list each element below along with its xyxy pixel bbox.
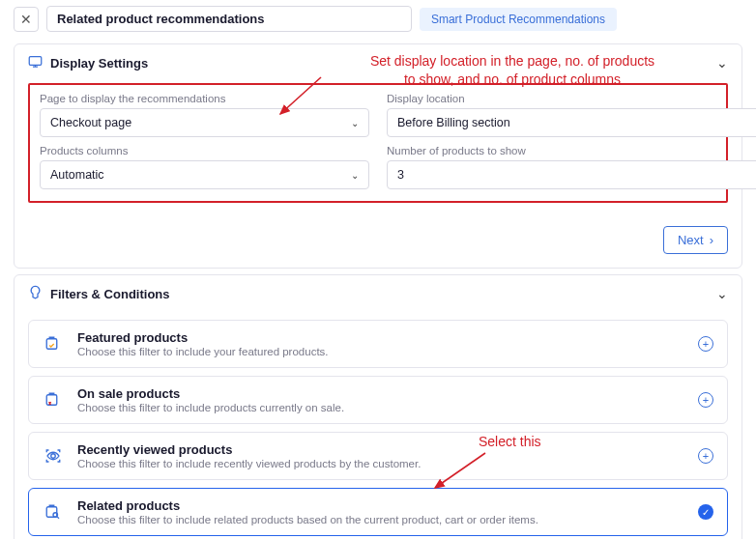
location-select-value: Before Billing section (397, 116, 510, 129)
panel-title: Display Settings (50, 56, 709, 71)
page-select[interactable]: Checkout page ⌄ (40, 108, 369, 137)
display-icon (28, 54, 43, 71)
filter-desc: Choose this filter to include recently v… (77, 458, 684, 469)
add-icon: + (698, 336, 713, 352)
page-field-label: Page to display the recommendations (40, 93, 369, 104)
display-settings-header[interactable]: Display Settings ⌄ (15, 44, 741, 81)
filter-title: Related products (77, 498, 684, 513)
chevron-down-icon: ⌄ (351, 118, 359, 128)
chevron-down-icon: ⌄ (716, 286, 728, 301)
svg-rect-0 (29, 57, 42, 66)
filter-desc: Choose this filter to include products c… (77, 402, 684, 413)
star-icon (43, 335, 64, 353)
columns-select[interactable]: Automatic ⌄ (40, 160, 369, 189)
panel-title: Filters & Conditions (50, 287, 709, 301)
filter-desc: Choose this filter to include your featu… (77, 346, 684, 357)
svg-point-5 (53, 513, 58, 518)
chevron-down-icon: ⌄ (716, 55, 728, 71)
svg-rect-1 (46, 339, 57, 350)
smart-recommendations-tag[interactable]: Smart Product Recommendations (420, 8, 617, 31)
eye-icon (43, 447, 64, 465)
filter-text: On sale products Choose this filter to i… (77, 386, 684, 413)
search-icon (43, 503, 64, 521)
filter-text: Featured products Choose this filter to … (77, 330, 684, 357)
recommendation-title-input[interactable] (46, 6, 412, 32)
filter-item-on-sale-products[interactable]: On sale products Choose this filter to i… (28, 376, 728, 424)
filters-header[interactable]: Filters & Conditions ⌄ (15, 275, 741, 312)
svg-point-3 (51, 454, 56, 459)
display-settings-panel: Display Settings ⌄ Page to display the r… (14, 43, 742, 269)
count-select[interactable]: 3 ⌄ (387, 160, 756, 189)
filters-panel: Filters & Conditions ⌄ Featured products… (14, 274, 742, 539)
filter-text: Recently viewed products Choose this fil… (77, 442, 684, 469)
filter-desc: Choose this filter to include related pr… (77, 514, 684, 525)
chevron-right-icon: › (710, 233, 713, 247)
filter-title: Featured products (77, 330, 684, 345)
next-button[interactable]: Next › (663, 226, 728, 254)
filter-item-related-products[interactable]: Related products Choose this filter to i… (28, 488, 728, 536)
filter-title: On sale products (77, 386, 684, 401)
close-button[interactable]: ✕ (14, 7, 39, 32)
filter-item-featured-products[interactable]: Featured products Choose this filter to … (28, 320, 728, 368)
location-select[interactable]: Before Billing section ⌄ (387, 108, 756, 137)
filter-icon (28, 285, 43, 302)
filter-text: Related products Choose this filter to i… (77, 498, 684, 525)
svg-rect-2 (46, 395, 57, 406)
close-icon: ✕ (20, 12, 32, 27)
svg-rect-4 (46, 507, 57, 518)
count-select-value: 3 (397, 168, 404, 182)
x-icon (43, 391, 64, 409)
filter-item-recently-viewed-products[interactable]: Recently viewed products Choose this fil… (28, 432, 728, 480)
next-button-label: Next (678, 233, 704, 247)
page-select-value: Checkout page (50, 116, 131, 129)
filter-title: Recently viewed products (77, 442, 684, 457)
add-icon: + (698, 448, 713, 464)
columns-field-label: Products columns (40, 145, 369, 156)
check-icon: ✓ (698, 504, 713, 520)
add-icon: + (698, 392, 713, 408)
count-field-label: Number of products to show (387, 145, 716, 156)
location-field-label: Display location (387, 93, 716, 104)
columns-select-value: Automatic (50, 168, 104, 182)
highlight-box: Page to display the recommendations Chec… (28, 83, 728, 203)
chevron-down-icon: ⌄ (351, 170, 359, 181)
